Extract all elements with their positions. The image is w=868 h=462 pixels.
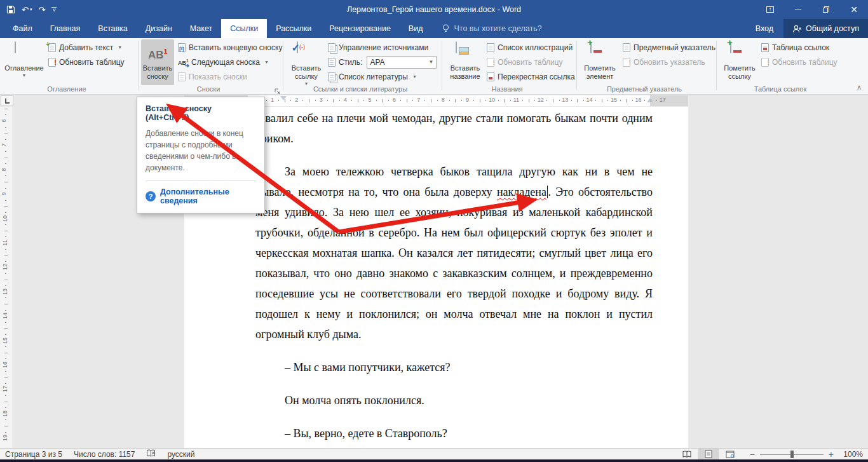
tab-Вставка[interactable]: Вставка: [89, 19, 136, 38]
window-title: Лермонтов_Герой нашего времени.docx - Wo…: [0, 5, 868, 14]
language-indicator[interactable]: русский: [167, 450, 194, 459]
h-ruler-number: 3: [320, 97, 323, 103]
tooltip-help-link[interactable]: ? Дополнительные сведения: [146, 187, 256, 205]
update-figures-button[interactable]: Обновить таблицу: [487, 55, 575, 69]
text-line: черкесская мохнатая шапка. Он казался ле…: [255, 243, 653, 263]
update-toc-button[interactable]: Обновить таблицу: [48, 55, 125, 69]
undo-dropdown-icon[interactable]: ▾: [30, 7, 32, 12]
bibliography-button[interactable]: Список литературы▼: [328, 69, 437, 84]
insert-toa-button[interactable]: Таблица ссылок: [761, 40, 837, 55]
chevron-down-icon: ▼: [412, 74, 417, 79]
tab-selector[interactable]: [1, 95, 13, 106]
minimize-icon[interactable]: [784, 0, 812, 19]
dialog-launcher-icon[interactable]: [275, 86, 281, 92]
zoom-out-icon[interactable]: −: [750, 449, 755, 459]
v-ruler-number: 17: [2, 386, 8, 392]
insert-index-button[interactable]: Предметный указатель: [623, 40, 715, 55]
print-layout-button[interactable]: [698, 449, 719, 460]
paragraph: – Вы, верно, едете в Ставрополь?: [255, 423, 653, 444]
zoom-slider-thumb[interactable]: [790, 451, 794, 458]
tab-Ссылки[interactable]: Ссылки: [221, 19, 267, 38]
read-mode-button[interactable]: [676, 449, 698, 460]
show-notes-button[interactable]: Показать сноски: [178, 69, 282, 84]
v-ruler-number: 10: [2, 215, 8, 222]
ribbon-display-options-icon[interactable]: ↑: [756, 0, 784, 19]
page-indicator[interactable]: Страница 3 из 5: [5, 450, 62, 459]
tab-Макет[interactable]: Макет: [181, 19, 221, 38]
web-layout-button[interactable]: [719, 449, 741, 460]
tooltip-title: Вставить сноску (Alt+Ctrl+F): [146, 104, 256, 122]
table-of-figures-button[interactable]: Список иллюстраций: [487, 40, 575, 55]
word-count[interactable]: Число слов: 1157: [74, 450, 135, 459]
zoom-slider[interactable]: [760, 451, 824, 458]
undo-button[interactable]: ↶▾: [22, 5, 32, 15]
group-toa: Пометитьссылку Таблица ссылок Обновить т…: [717, 38, 849, 94]
style-combo[interactable]: APA▼: [367, 56, 437, 69]
table-of-figures-icon: [487, 43, 494, 52]
mark-entry-button[interactable]: Пометитьэлемент: [581, 39, 619, 85]
tab-Файл[interactable]: Файл: [4, 19, 41, 38]
insert-caption-button[interactable]: Вставитьназвание: [446, 39, 484, 85]
group-toc: Оглавление ▼ Добавить текст▼ Обновить та…: [0, 38, 139, 94]
add-text-button[interactable]: Добавить текст▼: [48, 40, 125, 55]
restore-icon[interactable]: [812, 0, 840, 19]
ribbon: Оглавление ▼ Добавить текст▼ Обновить та…: [0, 38, 868, 95]
insert-citation-button[interactable]: Вставитьссылку ▼: [287, 39, 325, 85]
mark-citation-icon: [730, 42, 749, 62]
insert-footnote-button[interactable]: AB1 Вставитьсноску: [141, 39, 174, 85]
help-circle-icon: ?: [146, 191, 156, 201]
sign-in-button[interactable]: Вход: [745, 19, 783, 38]
h-ruler-number: 13: [562, 97, 568, 103]
group-label-citations: Ссылки и списки литературы: [283, 85, 437, 93]
save-icon[interactable]: [6, 5, 15, 14]
tab-Рассылки[interactable]: Рассылки: [267, 19, 320, 38]
update-toa-button[interactable]: Обновить таблицу: [761, 55, 837, 69]
insert-endnote-button[interactable]: Вставить концевую сноску: [178, 40, 282, 55]
zoom-percentage[interactable]: 100%: [840, 450, 863, 459]
tab-Вид[interactable]: Вид: [400, 19, 432, 38]
text-line: поседевшие усы не соответствовали его тв…: [255, 283, 653, 304]
update-figures-icon: [487, 58, 494, 67]
v-ruler-number: 16: [2, 362, 8, 368]
update-table-icon: [48, 58, 56, 67]
first-line-indent-marker[interactable]: [280, 96, 287, 100]
ribbon-tabs: ФайлГлавнаяВставкаДизайнМакетСсылкиРассы…: [0, 19, 431, 38]
text-area[interactable]: взвалил себе на плечи мой чемодан, други…: [255, 108, 653, 448]
share-button[interactable]: Общий доступ: [783, 19, 868, 38]
bottom-strip: [0, 459, 868, 462]
horizontal-ruler: 1234567891011121314151617: [0, 95, 868, 107]
redo-button[interactable]: ↷: [38, 5, 45, 15]
group-footnotes: AB1 Вставитьсноску Вставить концевую сно…: [139, 38, 283, 94]
h-ruler-number: 12: [538, 97, 544, 103]
tab-Главная[interactable]: Главная: [41, 19, 90, 38]
cross-reference-icon: [487, 72, 494, 81]
update-index-button[interactable]: Обновить указатель: [623, 55, 715, 69]
v-ruler-number: 19: [2, 435, 8, 441]
next-footnote-button[interactable]: AB1➜ Следующая сноска▼: [178, 55, 282, 69]
text-line: показывал, что оно давно знакомо с закав…: [255, 263, 653, 283]
v-ruler-number: 14: [2, 313, 8, 319]
tellme-label: Что вы хотите сделать?: [454, 24, 541, 33]
manage-sources-button[interactable]: Управление источниками: [328, 40, 437, 55]
tab-Дизайн[interactable]: Дизайн: [137, 19, 181, 38]
insert-citation-icon: [297, 42, 316, 62]
text-line: трубочки, обделанной в серебро. На нем б…: [255, 222, 653, 243]
tab-Рецензирование[interactable]: Рецензирование: [320, 19, 400, 38]
update-toa-icon: [761, 58, 769, 67]
zoom-in-icon[interactable]: +: [829, 449, 834, 459]
cross-reference-button[interactable]: Перекрестная ссылка: [487, 69, 575, 84]
collapse-ribbon-icon[interactable]: ∧: [857, 83, 862, 92]
h-ruler-number: 14: [587, 97, 593, 103]
paragraph: За моею тележкою четверка быков тащила д…: [255, 161, 653, 344]
insert-endnote-icon: [178, 43, 186, 52]
customize-qat-icon[interactable]: ˅: [51, 7, 57, 12]
v-ruler-number: 6: [1, 119, 7, 122]
v-ruler-number: 15: [2, 337, 8, 344]
mark-citation-button[interactable]: Пометитьссылку: [721, 39, 759, 85]
toc-button[interactable]: Оглавление ▼: [5, 39, 43, 85]
h-ruler-number: 9: [466, 97, 469, 103]
tellme-box[interactable]: Что вы хотите сделать?: [431, 19, 541, 38]
proofing-icon[interactable]: [146, 449, 156, 459]
close-icon[interactable]: ✕: [840, 0, 868, 19]
text-line: Он молча опять поклонился.: [255, 390, 653, 411]
